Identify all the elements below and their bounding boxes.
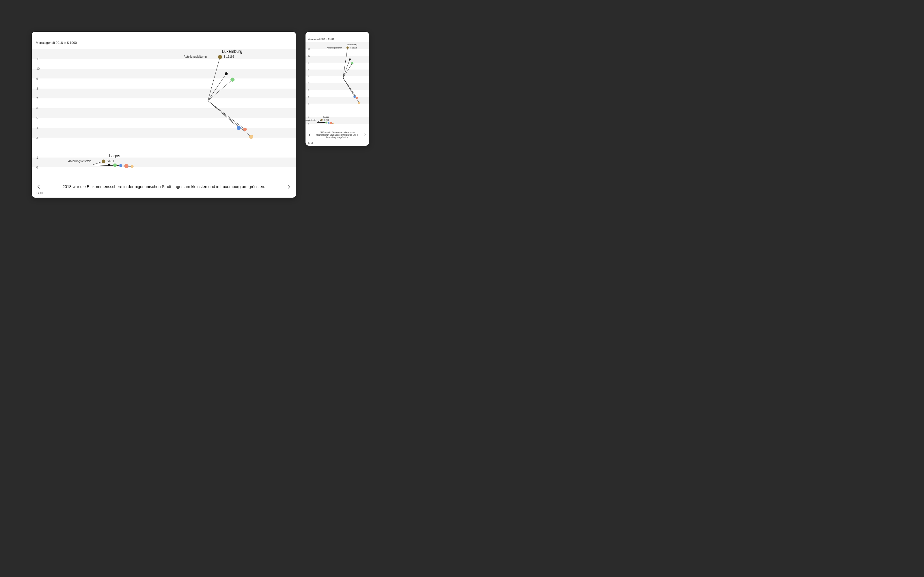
value-label-luxemburg: $ 11196 <box>224 55 234 58</box>
role-label-luxemburg: Abteilungsleiter*in <box>184 55 207 58</box>
point-luxemburg-role-b[interactable] <box>349 58 351 60</box>
point-lagos-role-f[interactable] <box>333 122 334 124</box>
role-label-lagos: Abteilungsleiter*in <box>68 160 91 163</box>
point-lagos-role-d[interactable] <box>328 122 330 124</box>
role-label-luxemburg: Abteilungsleiter*in <box>327 47 342 49</box>
city-title-luxemburg: Luxemburg <box>222 49 242 54</box>
point-luxemburg-role-f[interactable] <box>249 135 253 139</box>
caption-text: 2018 war die Einkommensschere in der nig… <box>42 184 286 190</box>
caption-text-small: 2018 war die Einkommensschere in der nig… <box>311 131 363 139</box>
point-luxemburg-role-e[interactable] <box>243 127 247 131</box>
chevron-right-icon <box>288 185 291 189</box>
point-luxemburg-Abteilungsleiter*in[interactable] <box>218 55 222 59</box>
point-lagos-role-e[interactable] <box>124 164 129 168</box>
value-label-lagos: $ 611 <box>324 119 329 121</box>
connector-luxemburg <box>208 57 251 137</box>
page-indicator-small: 6 / 10 <box>308 142 313 144</box>
caption-row-small: 2018 war die Einkommensschere in der nig… <box>305 131 369 139</box>
chart-svg-small: LuxemburgAbteilungsleiter*in$ 11196Lagos… <box>305 32 369 127</box>
point-luxemburg-role-c[interactable] <box>351 62 354 64</box>
point-luxemburg-role-d[interactable] <box>354 95 356 98</box>
city-title-lagos: Lagos <box>323 116 329 118</box>
point-lagos-Abteilungsleiter*in[interactable] <box>102 160 105 163</box>
chevron-right-icon <box>364 134 366 136</box>
point-lagos-role-c[interactable] <box>113 163 117 167</box>
point-lagos-role-b[interactable] <box>323 122 325 123</box>
city-title-lagos: Lagos <box>109 153 120 158</box>
point-lagos-role-c[interactable] <box>325 121 328 124</box>
point-lagos-role-e[interactable] <box>330 122 332 124</box>
point-lagos-role-b[interactable] <box>108 164 110 166</box>
chart-svg: LuxemburgAbteilungsleiter*in$ 11196Lagos… <box>32 32 296 170</box>
page-indicator: 6 / 10 <box>36 192 43 195</box>
chart-area-small: Monatsgehalt 2018 in $ 1000 013456789101… <box>305 32 369 127</box>
point-lagos-role-f[interactable] <box>131 165 134 168</box>
point-luxemburg-role-c[interactable] <box>230 77 234 82</box>
prev-button-small[interactable] <box>308 133 311 137</box>
point-luxemburg-role-f[interactable] <box>358 102 360 104</box>
value-label-luxemburg: $ 11196 <box>351 47 357 49</box>
next-button[interactable] <box>286 184 292 190</box>
mobile-card: Monatsgehalt 2018 in $ 1000 013456789101… <box>305 32 369 146</box>
prev-button[interactable] <box>36 184 42 190</box>
value-label-lagos: $ 611 <box>107 160 114 163</box>
chart-area: Monatsgehalt 2018 in $ 1000 013456789101… <box>32 32 296 170</box>
point-lagos-role-d[interactable] <box>119 164 122 167</box>
connector-luxemburg <box>343 48 359 103</box>
point-luxemburg-Abteilungsleiter*in[interactable] <box>347 47 349 49</box>
chevron-left-icon <box>309 134 310 136</box>
point-luxemburg-role-b[interactable] <box>225 72 228 75</box>
chevron-left-icon <box>37 185 40 189</box>
point-lagos-Abteilungsleiter*in[interactable] <box>320 119 323 121</box>
next-button-small[interactable] <box>363 133 367 137</box>
desktop-card: Monatsgehalt 2018 in $ 1000 013456789101… <box>32 32 296 198</box>
caption-row: 2018 war die Einkommensschere in der nig… <box>32 184 296 190</box>
point-luxemburg-role-e[interactable] <box>356 97 358 99</box>
city-title-luxemburg: Luxemburg <box>347 44 357 46</box>
point-luxemburg-role-d[interactable] <box>237 126 241 130</box>
role-label-lagos: Abteilungsleiter*in <box>305 119 316 121</box>
